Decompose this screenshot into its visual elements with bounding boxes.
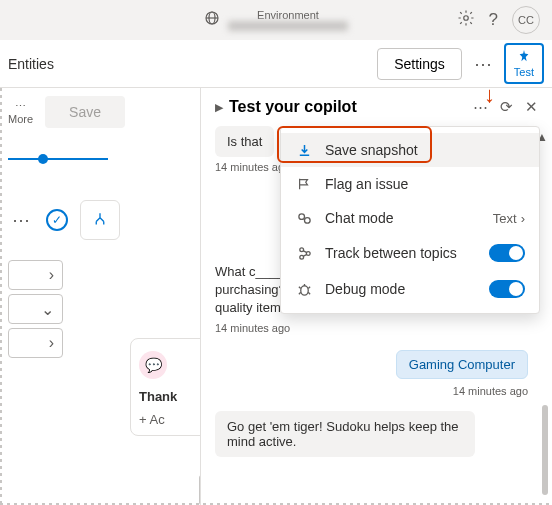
test-panel-title: Test your copilot [229,98,467,116]
globe-icon [204,10,220,30]
refresh-icon[interactable]: ⟳ [500,98,513,116]
menu-item-track-topics[interactable]: Track between topics [281,235,539,271]
chevron-right-icon: › [521,211,525,226]
context-menu: Save snapshot Flag an issue Chat mode Te… [280,126,540,314]
save-button[interactable]: Save [45,96,125,128]
test-panel: ↓ ▶ Test your copilot ⋯ ⟳ ✕ Save snapsho… [200,88,552,505]
flag-icon [295,177,313,191]
bug-icon [295,282,313,297]
test-panel-scrollbar[interactable] [542,405,548,495]
add-action[interactable]: + Ac [139,412,201,427]
gear-icon[interactable] [457,9,475,31]
svg-point-9 [300,285,308,294]
download-icon [295,143,313,158]
svg-point-5 [304,217,310,223]
authoring-canvas: ⋯ More Save ⋯ ✓ › ⌄ › 💬 Thank + Ac [0,88,200,505]
message-node[interactable]: 💬 Thank + Ac [130,338,210,436]
test-button[interactable]: Test [504,43,544,84]
track-topics-toggle[interactable] [489,244,525,262]
more-label: More [8,113,33,125]
node-more-icon[interactable]: ⋯ [8,205,34,235]
choice-gaming-computer[interactable]: Gaming Computer [396,350,528,379]
chat-mode-value: Text [493,211,517,226]
timestamp: 14 minutes ago [215,322,538,334]
menu-item-save-snapshot[interactable]: Save snapshot [281,133,539,167]
close-icon[interactable]: ✕ [525,98,538,116]
menu-item-debug-mode[interactable]: Debug mode [281,271,539,307]
environment-name-redacted [228,21,348,31]
nav-card-down[interactable]: ⌄ [8,294,63,324]
svg-point-3 [463,16,468,21]
avatar[interactable]: CC [512,6,540,34]
timestamp: 14 minutes ago [215,385,528,397]
message-icon: 💬 [139,351,167,379]
annotation-arrow: ↓ [484,88,495,108]
debug-mode-toggle[interactable] [489,280,525,298]
toolbar: Entities Settings ⋯ Test [0,40,552,88]
test-button-label: Test [514,66,534,78]
environment-block: Environment [204,9,348,31]
settings-button[interactable]: Settings [377,48,462,80]
user-message: Is that [215,126,274,157]
menu-label: Chat mode [325,210,481,226]
menu-item-flag-issue[interactable]: Flag an issue [281,167,539,201]
pin-icon [517,49,531,65]
help-icon[interactable]: ? [489,10,498,30]
environment-label: Environment [228,9,348,21]
toolbar-more-icon[interactable]: ⋯ [470,49,496,79]
bot-message-2: Go get 'em tiger! Sudoku helps keep the … [215,411,475,457]
menu-label: Debug mode [325,281,477,297]
branch-node[interactable] [80,200,120,240]
menu-item-chat-mode[interactable]: Chat mode Text › [281,201,539,235]
nav-card-right-2[interactable]: › [8,328,63,358]
nav-card-right[interactable]: › [8,260,63,290]
track-icon [295,246,313,261]
top-bar: Environment ? CC [0,0,552,40]
svg-point-4 [298,213,304,219]
torn-edge-left [0,88,2,505]
message-node-label: Thank [139,389,201,404]
timeline [8,158,192,160]
more-button[interactable]: ⋯ More [8,100,33,125]
breadcrumb-entities[interactable]: Entities [8,56,54,72]
menu-label: Flag an issue [325,176,525,192]
menu-label: Save snapshot [325,142,525,158]
chat-icon [295,211,313,226]
workspace: ⋯ More Save ⋯ ✓ › ⌄ › 💬 Thank + Ac ↓ [0,88,552,505]
menu-label: Track between topics [325,245,477,261]
check-circle-icon: ✓ [46,209,68,231]
caret-right-icon[interactable]: ▶ [215,101,223,114]
ellipsis-icon: ⋯ [15,100,26,113]
